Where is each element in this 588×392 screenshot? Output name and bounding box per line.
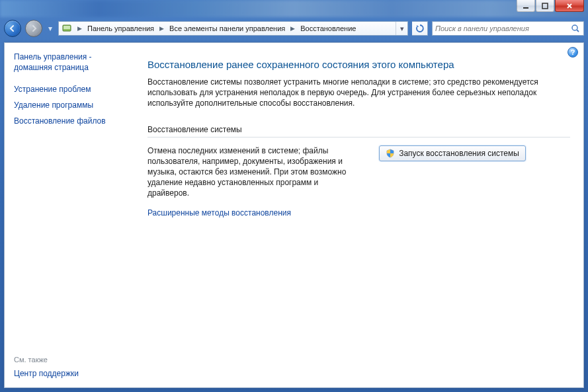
sidebar-link-action-center[interactable]: Центр поддержки [14,369,132,378]
breadcrumb-item-2[interactable]: Восстановление [299,24,357,32]
sidebar-link-troubleshoot[interactable]: Устранение проблем [14,85,132,94]
svg-rect-1 [542,3,548,9]
sidebar: Панель управления - домашняя страница Ус… [5,43,140,387]
chevron-right-icon: ▶ [286,25,299,32]
sidebar-link-uninstall[interactable]: Удаление программы [14,100,132,110]
navigation-bar: ▾ ▶ Панель управления ▶ Все элементы пан… [4,17,584,40]
page-title: Восстановление ранее сохраненного состоя… [147,59,570,70]
chevron-right-icon: ▶ [155,25,168,32]
window-caption-buttons [517,0,584,13]
intro-text: Восстановление системы позволяет устрани… [147,77,558,109]
chevron-right-icon: ▶ [73,25,86,32]
address-bar[interactable]: ▶ Панель управления ▶ Все элементы панел… [58,21,408,36]
breadcrumb-item-1[interactable]: Все элементы панели управления [168,24,286,32]
content-frame: Панель управления - домашняя страница Ус… [4,42,584,388]
action-button-label: Запуск восстановления системы [399,149,519,158]
back-button[interactable] [4,20,21,37]
minimize-button[interactable] [517,0,535,12]
control-panel-icon [60,22,73,35]
restore-row: Отмена последних изменений в системе; фа… [147,145,570,199]
sidebar-home-link[interactable]: Панель управления - домашняя страница [14,52,132,73]
refresh-button[interactable] [412,21,428,36]
search-input[interactable] [435,24,570,32]
sidebar-link-file-recovery[interactable]: Восстановление файлов [14,116,132,126]
history-dropdown[interactable]: ▾ [46,22,54,34]
forward-button[interactable] [25,20,42,37]
svg-point-4 [572,25,577,30]
restore-description: Отмена последних изменений в системе; фа… [147,145,359,199]
close-button[interactable] [555,0,584,12]
desktop-backdrop [0,0,588,17]
maximize-button[interactable] [536,0,554,12]
advanced-recovery-link[interactable]: Расширенные методы восстановления [147,208,570,217]
breadcrumb-item-0[interactable]: Панель управления [86,24,155,32]
see-also-label: См. также [14,356,132,364]
help-icon[interactable]: ? [567,47,578,58]
uac-shield-icon [386,149,395,158]
section-header: Восстановление системы [147,125,570,137]
svg-rect-3 [63,26,70,29]
address-dropdown[interactable]: ▾ [396,22,407,35]
svg-line-5 [577,30,579,32]
search-box[interactable] [432,21,584,36]
main-panel: ? Восстановление ранее сохраненного сост… [140,43,583,387]
search-icon[interactable] [570,23,581,34]
svg-rect-0 [523,7,528,9]
start-system-restore-button[interactable]: Запуск восстановления системы [379,145,526,161]
